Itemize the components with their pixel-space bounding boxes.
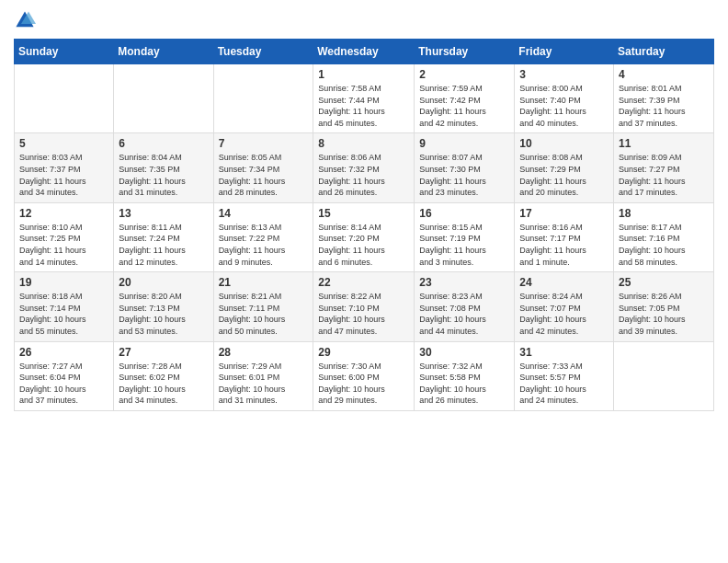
day-number: 7 [219, 137, 309, 150]
day-info: Sunrise: 8:15 AM Sunset: 7:19 PM Dayligh… [419, 222, 509, 268]
day-info: Sunrise: 8:17 AM Sunset: 7:16 PM Dayligh… [619, 222, 709, 268]
day-number: 15 [318, 207, 409, 220]
day-number: 4 [619, 68, 709, 81]
day-number: 3 [519, 68, 609, 81]
calendar-cell: 31Sunrise: 7:33 AM Sunset: 5:57 PM Dayli… [515, 341, 614, 410]
day-info: Sunrise: 8:18 AM Sunset: 7:14 PM Dayligh… [19, 291, 108, 337]
calendar-cell: 28Sunrise: 7:29 AM Sunset: 6:01 PM Dayli… [213, 341, 313, 410]
day-number: 19 [19, 276, 108, 289]
day-number: 30 [419, 346, 509, 359]
day-info: Sunrise: 8:23 AM Sunset: 7:08 PM Dayligh… [419, 291, 509, 337]
day-number: 28 [219, 346, 309, 359]
day-info: Sunrise: 8:09 AM Sunset: 7:27 PM Dayligh… [619, 152, 709, 198]
day-number: 21 [219, 276, 309, 289]
calendar-cell: 3Sunrise: 8:00 AM Sunset: 7:40 PM Daylig… [515, 64, 614, 133]
day-info: Sunrise: 8:13 AM Sunset: 7:22 PM Dayligh… [219, 222, 309, 268]
calendar-cell: 17Sunrise: 8:16 AM Sunset: 7:17 PM Dayli… [515, 202, 614, 271]
day-info: Sunrise: 7:33 AM Sunset: 5:57 PM Dayligh… [519, 361, 609, 407]
weekday-header-wednesday: Wednesday [313, 40, 415, 64]
day-info: Sunrise: 7:29 AM Sunset: 6:01 PM Dayligh… [219, 361, 309, 407]
calendar-cell: 1Sunrise: 7:58 AM Sunset: 7:44 PM Daylig… [313, 64, 415, 133]
calendar-cell: 15Sunrise: 8:14 AM Sunset: 7:20 PM Dayli… [313, 202, 415, 271]
calendar-cell: 9Sunrise: 8:07 AM Sunset: 7:30 PM Daylig… [415, 133, 515, 202]
day-info: Sunrise: 8:00 AM Sunset: 7:40 PM Dayligh… [519, 83, 609, 129]
day-info: Sunrise: 8:07 AM Sunset: 7:30 PM Dayligh… [419, 152, 509, 198]
week-row-1: 1Sunrise: 7:58 AM Sunset: 7:44 PM Daylig… [15, 64, 714, 133]
week-row-5: 26Sunrise: 7:27 AM Sunset: 6:04 PM Dayli… [15, 341, 714, 410]
day-info: Sunrise: 8:04 AM Sunset: 7:35 PM Dayligh… [119, 152, 208, 198]
day-info: Sunrise: 7:32 AM Sunset: 5:58 PM Dayligh… [419, 361, 509, 407]
day-info: Sunrise: 8:22 AM Sunset: 7:10 PM Dayligh… [318, 291, 409, 337]
calendar-cell: 29Sunrise: 7:30 AM Sunset: 6:00 PM Dayli… [313, 341, 415, 410]
weekday-header-sunday: Sunday [15, 40, 114, 64]
weekday-header-saturday: Saturday [614, 40, 714, 64]
calendar-cell: 27Sunrise: 7:28 AM Sunset: 6:02 PM Dayli… [114, 341, 213, 410]
calendar-cell [114, 64, 213, 133]
day-number: 29 [318, 346, 409, 359]
week-row-2: 5Sunrise: 8:03 AM Sunset: 7:37 PM Daylig… [15, 133, 714, 202]
calendar-cell: 25Sunrise: 8:26 AM Sunset: 7:05 PM Dayli… [614, 272, 714, 341]
day-info: Sunrise: 7:27 AM Sunset: 6:04 PM Dayligh… [19, 361, 108, 407]
calendar-cell: 10Sunrise: 8:08 AM Sunset: 7:29 PM Dayli… [515, 133, 614, 202]
calendar-cell: 8Sunrise: 8:06 AM Sunset: 7:32 PM Daylig… [313, 133, 415, 202]
day-number: 31 [519, 346, 609, 359]
weekday-header-thursday: Thursday [415, 40, 515, 64]
day-info: Sunrise: 8:26 AM Sunset: 7:05 PM Dayligh… [619, 291, 709, 337]
day-info: Sunrise: 8:16 AM Sunset: 7:17 PM Dayligh… [519, 222, 609, 268]
day-number: 9 [419, 137, 509, 150]
day-number: 8 [318, 137, 409, 150]
day-number: 16 [419, 207, 509, 220]
calendar-cell [614, 341, 714, 410]
day-info: Sunrise: 8:20 AM Sunset: 7:13 PM Dayligh… [119, 291, 208, 337]
calendar-cell: 20Sunrise: 8:20 AM Sunset: 7:13 PM Dayli… [114, 272, 213, 341]
day-number: 20 [119, 276, 208, 289]
day-number: 5 [19, 137, 108, 150]
calendar-cell: 14Sunrise: 8:13 AM Sunset: 7:22 PM Dayli… [213, 202, 313, 271]
day-info: Sunrise: 7:30 AM Sunset: 6:00 PM Dayligh… [318, 361, 409, 407]
calendar-cell: 18Sunrise: 8:17 AM Sunset: 7:16 PM Dayli… [614, 202, 714, 271]
calendar-cell: 2Sunrise: 7:59 AM Sunset: 7:42 PM Daylig… [415, 64, 515, 133]
calendar-cell [15, 64, 114, 133]
day-number: 22 [318, 276, 409, 289]
day-number: 1 [318, 68, 409, 81]
day-number: 27 [119, 346, 208, 359]
week-row-4: 19Sunrise: 8:18 AM Sunset: 7:14 PM Dayli… [15, 272, 714, 341]
day-info: Sunrise: 7:28 AM Sunset: 6:02 PM Dayligh… [119, 361, 208, 407]
day-info: Sunrise: 8:05 AM Sunset: 7:34 PM Dayligh… [219, 152, 309, 198]
week-row-3: 12Sunrise: 8:10 AM Sunset: 7:25 PM Dayli… [15, 202, 714, 271]
day-info: Sunrise: 7:59 AM Sunset: 7:42 PM Dayligh… [419, 83, 509, 129]
calendar-cell: 11Sunrise: 8:09 AM Sunset: 7:27 PM Dayli… [614, 133, 714, 202]
page-container: SundayMondayTuesdayWednesdayThursdayFrid… [0, 0, 728, 420]
day-number: 25 [619, 276, 709, 289]
day-info: Sunrise: 8:10 AM Sunset: 7:25 PM Dayligh… [19, 222, 108, 268]
calendar-cell: 6Sunrise: 8:04 AM Sunset: 7:35 PM Daylig… [114, 133, 213, 202]
day-number: 24 [519, 276, 609, 289]
calendar-cell: 13Sunrise: 8:11 AM Sunset: 7:24 PM Dayli… [114, 202, 213, 271]
day-info: Sunrise: 8:03 AM Sunset: 7:37 PM Dayligh… [19, 152, 108, 198]
day-number: 12 [19, 207, 108, 220]
calendar-cell: 21Sunrise: 8:21 AM Sunset: 7:11 PM Dayli… [213, 272, 313, 341]
calendar-cell: 16Sunrise: 8:15 AM Sunset: 7:19 PM Dayli… [415, 202, 515, 271]
day-info: Sunrise: 7:58 AM Sunset: 7:44 PM Dayligh… [318, 83, 409, 129]
day-info: Sunrise: 8:14 AM Sunset: 7:20 PM Dayligh… [318, 222, 409, 268]
day-number: 17 [519, 207, 609, 220]
day-number: 2 [419, 68, 509, 81]
calendar-cell: 12Sunrise: 8:10 AM Sunset: 7:25 PM Dayli… [15, 202, 114, 271]
calendar-cell: 19Sunrise: 8:18 AM Sunset: 7:14 PM Dayli… [15, 272, 114, 341]
calendar-cell: 7Sunrise: 8:05 AM Sunset: 7:34 PM Daylig… [213, 133, 313, 202]
day-info: Sunrise: 8:01 AM Sunset: 7:39 PM Dayligh… [619, 83, 709, 129]
header [14, 9, 714, 31]
calendar-cell: 22Sunrise: 8:22 AM Sunset: 7:10 PM Dayli… [313, 272, 415, 341]
day-info: Sunrise: 8:11 AM Sunset: 7:24 PM Dayligh… [119, 222, 208, 268]
weekday-header-friday: Friday [515, 40, 614, 64]
weekday-header-tuesday: Tuesday [213, 40, 313, 64]
day-info: Sunrise: 8:06 AM Sunset: 7:32 PM Dayligh… [318, 152, 409, 198]
day-info: Sunrise: 8:24 AM Sunset: 7:07 PM Dayligh… [519, 291, 609, 337]
day-number: 13 [119, 207, 208, 220]
calendar-cell: 26Sunrise: 7:27 AM Sunset: 6:04 PM Dayli… [15, 341, 114, 410]
day-info: Sunrise: 8:08 AM Sunset: 7:29 PM Dayligh… [519, 152, 609, 198]
calendar-cell: 23Sunrise: 8:23 AM Sunset: 7:08 PM Dayli… [415, 272, 515, 341]
calendar-cell [213, 64, 313, 133]
calendar-cell: 24Sunrise: 8:24 AM Sunset: 7:07 PM Dayli… [515, 272, 614, 341]
calendar-cell: 5Sunrise: 8:03 AM Sunset: 7:37 PM Daylig… [15, 133, 114, 202]
